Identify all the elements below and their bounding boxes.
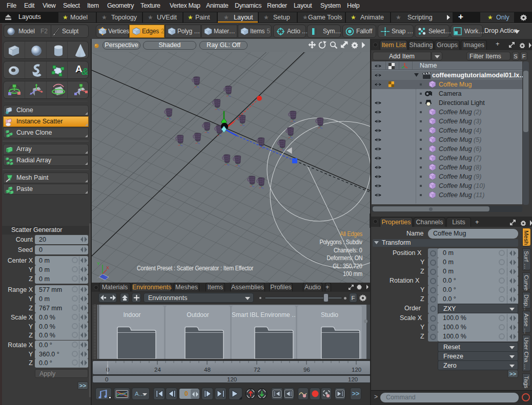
- svg-text:120: 120: [352, 367, 361, 373]
- svg-text:96: 96: [303, 367, 310, 373]
- svg-text:X: X: [106, 265, 109, 270]
- svg-text:24: 24: [154, 367, 161, 373]
- svg-text:48: 48: [204, 367, 211, 373]
- svg-text:Y: Y: [97, 261, 100, 266]
- svg-text:72: 72: [254, 367, 260, 373]
- svg-text:Z: Z: [104, 275, 107, 281]
